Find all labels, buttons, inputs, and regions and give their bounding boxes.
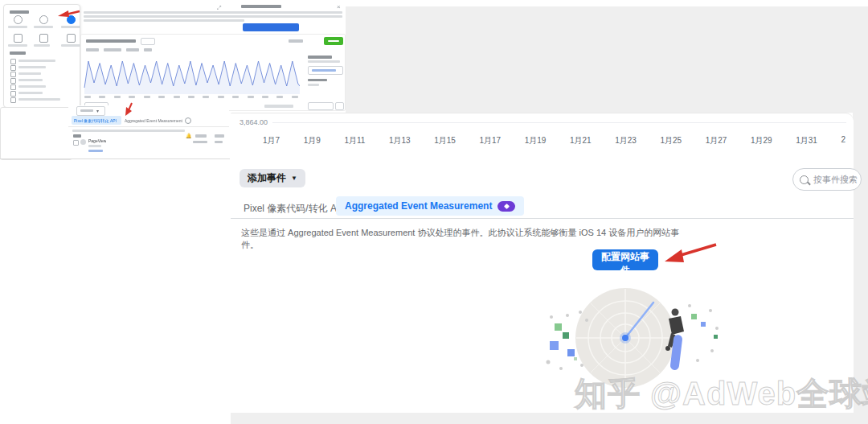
blurred-label [61,44,80,47]
date-tick: 1月21 [570,135,592,146]
tabs-divider [231,218,854,219]
backdrop-top [346,6,868,113]
blurred-axis-label [292,96,298,98]
close-icon[interactable]: × [337,3,341,10]
tool-icon[interactable] [39,15,48,24]
blurred-axis-label [203,96,209,98]
tool-icon-active[interactable] [67,15,76,24]
blurred-text-line [84,11,342,14]
tool-icon[interactable] [39,34,48,43]
blurred-label [34,44,50,47]
blurred-filter [144,48,152,51]
info-icon [185,117,191,124]
list-item-icon [10,59,16,64]
blurred-axis-label [218,96,224,98]
date-tick: 1月17 [479,135,501,146]
mini-pixel-chip[interactable] [308,66,343,75]
screenshot-canvas: × ⤢ [0,0,868,424]
date-tick: 1月19 [525,135,547,146]
blurred-list-label [18,72,41,75]
blurred-pixel-name [86,39,136,43]
blurred-axis-label [99,96,105,98]
blurred-axis-label [232,96,239,98]
mini-screenshot-events-manager: × ⤢ [0,0,346,113]
blurred-label [8,44,27,47]
date-tick: 1月9 [304,135,321,146]
mini-chart-card [80,34,346,111]
mini-blue-button[interactable] [243,23,299,31]
blurred-text-line [84,15,342,18]
blurred-filter [86,48,99,51]
mini-pagination[interactable] [308,102,334,110]
blurred-list-label [18,79,43,81]
date-tick: 1月31 [796,135,817,146]
chevron-down-icon: ▼ [291,175,297,182]
blurred-link [88,150,103,152]
blurred-stat [308,84,319,86]
aem-description: 这些是通过 Aggregated Event Measurement 协议处理的… [241,227,691,251]
blurred-banner-title [241,5,281,8]
blurred-list-label [18,92,43,94]
tool-icon[interactable] [14,34,23,43]
blurred-filter [126,48,139,51]
blurred-axis-label [276,96,283,98]
add-event-button[interactable]: 添加事件▼ [240,169,305,187]
blurred-stat [308,56,332,59]
events-panel: 3,864.00 1月71月91月111月131月151月171月191月211… [231,113,854,413]
blurred-axis-label [114,96,121,98]
mini-tab-aem[interactable]: Aggregated Event Measurement [125,118,182,123]
mini-chip [141,38,155,45]
search-icon [800,175,809,184]
blurred-axis-label [248,96,254,98]
mini-empty-box [0,107,72,160]
bell-icon: 🔔 [186,133,192,138]
blurred-label [34,26,53,28]
blurred-col-header [195,134,207,138]
blurred-filter [104,48,121,51]
blurred-text-line [84,19,244,22]
mini-tab-pixel-active[interactable]: Pixel 像素代码/转化 API [72,116,121,125]
blurred-list-label [18,60,55,62]
x-axis-dates: 1月71月91月111月131月151月171月191月211月231月251月… [263,135,845,146]
list-item-icon [10,84,16,90]
blurred-list-label [18,85,46,88]
row-avatar [80,139,86,145]
mini-caret-box[interactable] [335,102,344,110]
blurred-label [289,39,303,43]
blurred-label [61,26,80,28]
blurred-axis-label [158,96,165,98]
tab-aggregated-event-measurement[interactable]: Aggregated Event Measurement [336,196,524,216]
tab-pixel-conversion-api[interactable]: Pixel 像素代码/转化 API [244,202,346,216]
date-tick: 1月27 [706,135,727,146]
zhihu-watermark: 知乎 @AdWeb全球站 [575,372,868,416]
blurred-label [8,26,27,28]
search-input[interactable]: 按事件搜索 [792,168,862,191]
list-item-icon [10,72,16,77]
list-item-icon [10,78,16,84]
date-tick: 1月15 [434,135,456,146]
mini-screenshot-events-tabs: ▾ Pixel 像素代码/转化 API Aggregated Event Mea… [68,105,229,159]
blurred-cell [215,141,223,143]
tool-icon[interactable] [67,34,76,43]
mini-dropdown-chip[interactable]: ▾ [76,106,105,116]
expand-icon[interactable]: ⤢ [217,5,222,11]
date-tick: 1月29 [751,135,772,146]
blurred-popup-title [10,10,29,14]
date-tick: 1月11 [344,135,365,146]
date-tick: 1月23 [615,135,637,146]
divider [68,126,229,127]
row-checkbox[interactable] [73,140,79,146]
new-feature-badge [497,201,515,212]
blurred-axis-label [174,96,180,98]
configure-website-events-button[interactable]: 配置网站事件 [592,249,658,270]
blurred-col-event [73,134,81,138]
blurred-section-title [10,51,26,55]
blurred-axis-label [144,96,150,98]
blurred-description [72,130,185,132]
blurred-stat [308,60,340,63]
tool-icon[interactable] [14,15,23,24]
mini-create-button[interactable] [324,37,343,45]
mini-line-chart [83,54,300,96]
backdrop-right [853,113,868,412]
search-placeholder: 按事件搜索 [813,174,858,186]
